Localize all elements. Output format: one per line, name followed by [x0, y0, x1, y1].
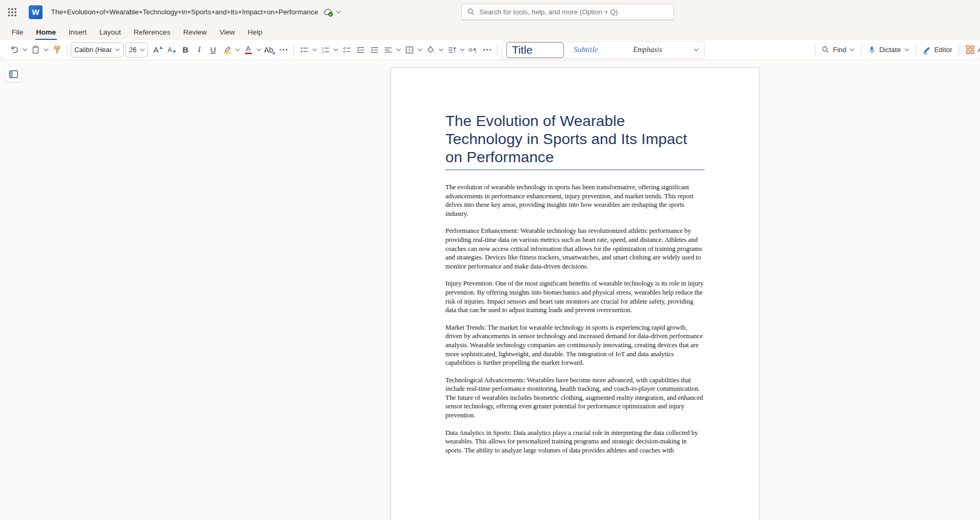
navigation-pane-toggle[interactable] [5, 66, 21, 82]
global-search [461, 4, 674, 20]
italic-button[interactable]: I [192, 42, 206, 58]
editor-pen-icon [923, 46, 931, 54]
numbering-dropdown[interactable] [332, 42, 340, 58]
waffle-grid-icon [7, 7, 17, 17]
font-color-dropdown[interactable] [255, 42, 263, 58]
doc-paragraph-analytics[interactable]: Data Analytics in Sports: Data analytics… [445, 429, 705, 455]
bold-button[interactable]: B [179, 42, 192, 58]
doc-paragraph-performance[interactable]: Performance Enhancement: Wearable techno… [445, 227, 705, 271]
undo-icon [10, 45, 19, 54]
align-button[interactable] [381, 42, 395, 58]
divider [959, 44, 959, 56]
caret-up-icon [159, 46, 163, 49]
paste-dropdown[interactable] [43, 42, 50, 58]
menu-insert[interactable]: Insert [62, 26, 93, 39]
highlight-dropdown[interactable] [234, 42, 241, 58]
svg-text:2: 2 [322, 50, 324, 54]
increase-indent-icon [370, 46, 379, 54]
bullets-button[interactable] [297, 42, 311, 58]
menu-home[interactable]: Home [30, 26, 63, 39]
addins-button[interactable]: Add-ins [962, 42, 980, 58]
highlight-button[interactable] [220, 42, 234, 58]
more-paragraph-options-button[interactable] [480, 42, 494, 58]
menu-layout[interactable]: Layout [93, 26, 128, 39]
decrease-indent-icon [356, 46, 365, 54]
font-color-icon: A [245, 45, 252, 54]
chevron-down-icon [418, 47, 422, 51]
line-spacing-dropdown[interactable] [459, 42, 466, 58]
document-filename[interactable]: The+Evolution+of+Wearable+Technology+in+… [51, 8, 318, 16]
chevron-down-icon [140, 47, 145, 51]
italic-icon: I [198, 45, 201, 54]
find-magnifier-icon [822, 46, 830, 54]
checklist-button[interactable] [340, 42, 353, 58]
editor-button[interactable]: Editor [919, 42, 956, 58]
paste-button[interactable] [29, 42, 43, 58]
style-emphasis[interactable]: Emphasis [633, 46, 692, 54]
menu-view[interactable]: View [213, 26, 241, 39]
divider [497, 44, 497, 56]
more-font-options-button[interactable] [276, 42, 290, 58]
menu-review[interactable]: Review [177, 26, 213, 39]
line-spacing-icon [447, 46, 457, 54]
increase-indent-button[interactable] [367, 42, 381, 58]
decrease-indent-button[interactable] [353, 42, 367, 58]
line-spacing-button[interactable] [445, 42, 459, 58]
styles-dropdown[interactable] [692, 42, 700, 58]
find-button[interactable]: Find [818, 42, 858, 58]
bullets-dropdown[interactable] [311, 42, 318, 58]
chevron-down-icon [23, 47, 27, 51]
document-canvas: The Evolution of Wearable Technology in … [0, 60, 980, 520]
editor-label: Editor [934, 46, 952, 54]
table-dropdown[interactable] [416, 42, 424, 58]
doc-paragraph-market[interactable]: Market Trends: The market for wearable t… [445, 323, 705, 367]
word-app-icon[interactable]: W [29, 5, 43, 19]
align-dropdown[interactable] [395, 42, 402, 58]
shading-button[interactable] [424, 42, 437, 58]
doc-paragraph-intro[interactable]: The evolution of wearable technology in … [445, 183, 705, 218]
font-name-select[interactable]: Calibri (Headin... [71, 43, 124, 57]
grow-font-icon: A [153, 45, 158, 54]
underline-button[interactable]: U [206, 42, 220, 58]
ribbon-toolbar: Calibri (Headin... 26 A A B I U A Ab [0, 40, 980, 60]
shrink-font-icon: A [167, 46, 172, 54]
shrink-font-button[interactable]: A [165, 42, 179, 58]
svg-text:¶: ¶ [474, 47, 476, 53]
search-input[interactable] [479, 8, 668, 16]
font-size-select[interactable]: 26 [125, 43, 148, 57]
menu-bar: File Home Insert Layout References Revie… [0, 24, 980, 40]
ellipsis-icon [280, 49, 281, 51]
chevron-down-icon [312, 47, 317, 51]
menu-file[interactable]: File [5, 26, 30, 39]
highlighter-icon [223, 45, 232, 54]
divider [67, 44, 67, 56]
table-icon [405, 46, 414, 54]
document-title[interactable]: The Evolution of Wearable Technology in … [445, 112, 705, 170]
doc-paragraph-injury[interactable]: Injury Prevention: One of the most signi… [445, 279, 705, 314]
style-title[interactable]: Title [506, 42, 564, 58]
dictate-button[interactable]: Dictate [865, 42, 912, 58]
app-launcher-icon[interactable] [3, 3, 21, 21]
underline-icon: U [210, 45, 216, 54]
find-label: Find [833, 46, 846, 54]
grow-font-button[interactable]: A [151, 42, 165, 58]
style-subtitle[interactable]: Subtitle [573, 45, 633, 54]
table-button[interactable] [402, 42, 416, 58]
font-color-button[interactable]: A [241, 42, 255, 58]
menu-help[interactable]: Help [241, 26, 269, 39]
doc-paragraph-technology[interactable]: Technological Advancements: Wearables ha… [445, 376, 705, 420]
undo-button[interactable] [7, 42, 21, 58]
document-body: The evolution of wearable technology in … [445, 183, 705, 455]
save-status-control[interactable] [323, 7, 341, 17]
formatting-marks-button[interactable]: ¶ [466, 42, 480, 58]
caret-down-icon [173, 51, 176, 53]
format-painter-button[interactable] [50, 42, 64, 58]
numbering-button[interactable]: 1 2 [318, 42, 332, 58]
align-text-icon [384, 46, 393, 54]
undo-dropdown[interactable] [21, 42, 29, 58]
shading-dropdown[interactable] [437, 42, 445, 58]
menu-references[interactable]: References [128, 26, 177, 39]
document-page[interactable]: The Evolution of Wearable Technology in … [391, 68, 759, 520]
format-painter-icon [53, 45, 61, 54]
text-effects-button[interactable]: Ab [263, 42, 276, 58]
